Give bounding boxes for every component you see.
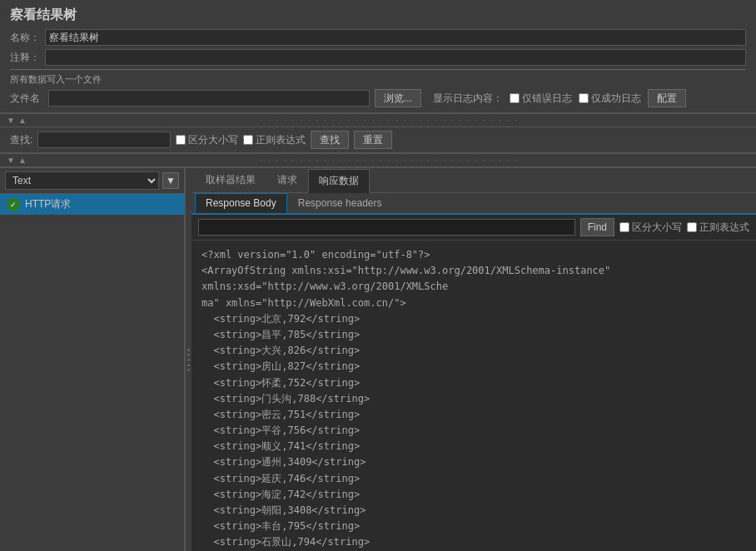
comment-row: 注释： [10, 49, 746, 66]
find-regex-label: 正则表达式 [699, 221, 749, 235]
find-submit-button[interactable]: Find [580, 218, 614, 236]
main-tabs-row: 取样器结果 请求 响应数据 [191, 168, 756, 193]
find-case-checkbox[interactable] [619, 222, 629, 232]
error-log-checkbox[interactable] [510, 93, 520, 103]
comment-input[interactable] [45, 49, 746, 66]
divider-row-1: ▼ ▲ · · · · · · · · · · · · · · · · · · … [0, 113, 756, 127]
config-button[interactable]: 配置 [648, 89, 686, 107]
find-regex-checkbox[interactable] [687, 222, 697, 232]
tab-response-data[interactable]: 响应数据 [308, 169, 370, 193]
success-log-checkbox-item: 仅成功日志 [579, 92, 641, 106]
divider-row-2: ▼ ▲ · · · · · · · · · · · · · · · · · · … [0, 153, 756, 167]
right-panel: 取样器结果 请求 响应数据 Response Body Response hea… [191, 168, 756, 551]
log-options: 显示日志内容： 仅错误日志 仅成功日志 配置 [433, 89, 746, 107]
log-label: 显示日志内容： [433, 92, 503, 106]
error-log-checkbox-item: 仅错误日志 [510, 92, 572, 106]
http-request-label: HTTP请求 [25, 197, 71, 211]
display-type-dropdown[interactable]: Text [5, 171, 159, 190]
case-label: 区分大小写 [188, 133, 238, 147]
sub-tab-response-body[interactable]: Response Body [195, 193, 287, 213]
window-title: 察看结果树 [10, 7, 746, 24]
divider-dot-5 [187, 369, 190, 371]
comment-label: 注释： [10, 51, 40, 65]
browse-button[interactable]: 浏览... [375, 89, 421, 107]
search-input[interactable] [37, 132, 171, 148]
find-input[interactable] [198, 219, 575, 236]
file-label: 文件名 [10, 92, 40, 106]
name-label: 名称： [10, 31, 40, 45]
find-bar: Find 区分大小写 正则表达式 [191, 215, 756, 241]
case-checkbox-item: 区分大小写 [176, 133, 238, 147]
divider-dot-3 [187, 359, 190, 361]
divider-dot-4 [187, 364, 190, 366]
regex-checkbox-item: 正则表达式 [243, 133, 306, 147]
divider-dot-1 [187, 349, 190, 351]
dots-2: · · · · · · · · · · · · · · · · · · · · … [30, 156, 749, 165]
panel-divider[interactable] [185, 168, 191, 551]
sub-tab-response-headers[interactable]: Response headers [287, 193, 393, 213]
tab-request[interactable]: 请求 [266, 168, 308, 192]
name-row: 名称： [10, 29, 746, 46]
case-checkbox[interactable] [176, 135, 186, 145]
tree-item-http-request[interactable]: ✓ HTTP请求 [0, 194, 184, 215]
regex-checkbox[interactable] [243, 135, 253, 145]
expand-icon-2[interactable]: ▲ [18, 156, 27, 165]
find-regex-checkbox-item: 正则表达式 [687, 221, 749, 235]
search-label: 查找: [10, 133, 32, 147]
collapse-icon-2[interactable]: ▼ [7, 156, 15, 165]
left-panel-header: Text ▼ [0, 168, 184, 194]
left-panel: Text ▼ ✓ HTTP请求 [0, 168, 185, 551]
success-log-label: 仅成功日志 [591, 92, 641, 106]
error-log-label: 仅错误日志 [522, 92, 572, 106]
find-button[interactable]: 查找 [311, 131, 349, 149]
reset-button[interactable]: 重置 [354, 131, 392, 149]
success-log-checkbox[interactable] [579, 93, 589, 103]
main-container: 察看结果树 名称： 注释： 所有数据写入一个文件 文件名 浏览... 显示日志内… [0, 0, 756, 551]
regex-label: 正则表达式 [256, 133, 306, 147]
find-case-label: 区分大小写 [632, 221, 682, 235]
file-input[interactable] [48, 90, 370, 107]
left-panel-icon-btn[interactable]: ▼ [162, 172, 179, 189]
dots-1: · · · · · · · · · · · · · · · · · · · · … [30, 116, 749, 125]
sub-tabs-row: Response Body Response headers [191, 193, 756, 215]
content-area: Text ▼ ✓ HTTP请求 取样器结果 请求 响应数据 [0, 167, 756, 551]
file-row: 文件名 浏览... 显示日志内容： 仅错误日志 仅成功日志 配置 [10, 89, 746, 107]
header: 察看结果树 名称： 注释： 所有数据写入一个文件 文件名 浏览... 显示日志内… [0, 0, 756, 113]
tab-sampler-result[interactable]: 取样器结果 [195, 168, 266, 192]
expand-icon-1[interactable]: ▲ [18, 116, 27, 125]
http-request-icon: ✓ [7, 198, 20, 211]
name-input[interactable] [45, 29, 746, 46]
search-row: 查找: 区分大小写 正则表达式 查找 重置 [0, 127, 756, 153]
find-case-checkbox-item: 区分大小写 [619, 221, 682, 235]
collapse-icon-1[interactable]: ▼ [7, 116, 15, 125]
section-label: 所有数据写入一个文件 [10, 69, 746, 86]
divider-dot-2 [187, 354, 190, 356]
xml-content-area: <?xml version="1.0" encoding="utf-8"?> <… [191, 241, 756, 551]
